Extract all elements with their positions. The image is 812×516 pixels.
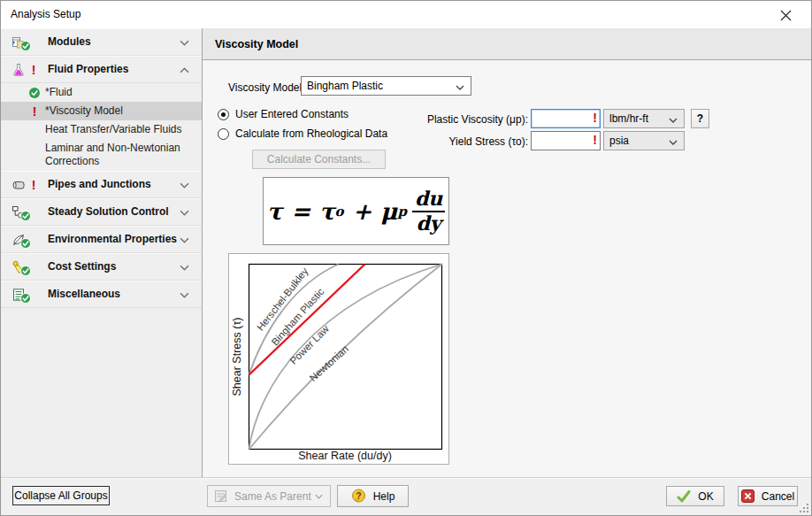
rheology-chart-svg: Herschel-Bulkley Bingham Plastic Power L… — [229, 254, 448, 464]
sidebar-item-label: *Fluid — [45, 86, 73, 99]
ok-label: OK — [698, 490, 713, 503]
panel-content: Viscosity Model: Bingham Plastic User En… — [203, 61, 811, 477]
window-title: Analysis Setup — [11, 8, 80, 20]
chevron-down-icon — [669, 118, 678, 123]
viscosity-model-label: Viscosity Model: — [228, 81, 304, 94]
pipe-icon — [11, 178, 26, 192]
error-icon: ! — [33, 105, 37, 118]
radio-calculate-rheological[interactable]: Calculate from Rheological Data — [218, 127, 387, 140]
sidebar-item-laminar-corrections[interactable]: Laminar and Non-Newtonian Corrections — [1, 139, 202, 171]
check-badge-icon — [20, 211, 31, 221]
same-as-parent-dropdown[interactable]: Same As Parent — [207, 485, 331, 507]
yield-stress-input[interactable] — [531, 131, 601, 150]
footer: Collapse All Groups Same As Parent ? Hel… — [1, 477, 811, 515]
cancel-label: Cancel — [762, 490, 794, 503]
sidebar-item-label: Heat Transfer/Variable Fluids — [45, 123, 182, 136]
sidebar: Modules!Fluid Properties*Fluid!*Viscosit… — [1, 28, 203, 477]
viscosity-model-value: Bingham Plastic — [307, 80, 383, 92]
plastic-viscosity-input[interactable] — [531, 109, 601, 128]
sidebar-item-fluid[interactable]: *Fluid — [1, 83, 202, 102]
formula-fraction: du dy — [412, 189, 445, 233]
formula-plus: + — [353, 198, 372, 225]
sidebar-item-label: Pipes and Junctions — [48, 178, 151, 191]
sidebar-item-label: *Viscosity Model — [45, 104, 123, 118]
cancel-button[interactable]: Cancel — [738, 486, 798, 506]
check-badge-icon — [20, 293, 31, 304]
bingham-plastic-formula: τ = τo + μp du dy — [263, 177, 449, 245]
sidebar-item-environmental[interactable]: Environmental Properties — [1, 226, 202, 253]
check-badge-icon — [20, 238, 31, 249]
sidebar-item-modules[interactable]: Modules — [1, 28, 202, 56]
close-button[interactable] — [772, 5, 799, 25]
flask-icon — [11, 63, 26, 77]
unit-help-button[interactable]: ? — [691, 109, 709, 128]
sidebar-item-steady-solution[interactable]: Steady Solution Control — [1, 198, 202, 226]
radio-user-entered-constants[interactable]: User Entered Constants — [218, 108, 349, 120]
chevron-up-icon — [180, 67, 189, 73]
plot-frame — [249, 265, 442, 450]
error-icon: ! — [32, 179, 36, 191]
help-label: Help — [373, 490, 395, 503]
formula-sub-o: o — [335, 204, 344, 219]
calculate-constants-button[interactable]: Calculate Constants... — [252, 150, 386, 169]
sidebar-item-label: Modules — [48, 35, 91, 49]
sidebar-item-label: Laminar and Non-Newtonian Corrections — [45, 142, 191, 168]
ok-check-icon — [677, 490, 691, 503]
sidebar-item-pipes-junctions[interactable]: !Pipes and Junctions — [1, 171, 202, 198]
rheology-chart: Herschel-Bulkley Bingham Plastic Power L… — [228, 253, 449, 465]
sidebar-item-miscellaneous[interactable]: Miscellaneous — [1, 281, 202, 308]
analysis-setup-dialog: Analysis Setup Modules!Fluid Properties*… — [0, 0, 812, 516]
main-panel: Viscosity Model Viscosity Model: Bingham… — [203, 28, 811, 477]
yield-stress-unit-value: psia — [609, 135, 629, 147]
page-title: Viscosity Model — [203, 38, 298, 50]
chevron-down-icon — [180, 40, 189, 46]
plastic-viscosity-unit-select[interactable]: lbm/hr-ft — [603, 109, 685, 128]
yield-stress-label: Yield Stress (το): — [415, 135, 528, 148]
radio-unselected-icon — [218, 128, 229, 140]
chevron-down-icon — [180, 210, 189, 216]
y-axis-label: Shear Stress (τ) — [231, 318, 243, 397]
chevron-down-icon — [180, 265, 189, 271]
formula-denominator: dy — [416, 212, 440, 234]
sidebar-list: Modules!Fluid Properties*Fluid!*Viscosit… — [1, 28, 202, 308]
resize-grip[interactable] — [800, 504, 809, 513]
check-badge-icon — [20, 266, 31, 276]
x-axis-label: Shear Rate (du/dy) — [298, 450, 392, 462]
panel-header: Viscosity Model — [203, 28, 811, 60]
chevron-down-icon — [456, 85, 464, 90]
sidebar-item-label: Miscellaneous — [48, 288, 120, 301]
chevron-down-icon — [180, 182, 189, 189]
sidebar-item-heat-transfer[interactable]: Heat Transfer/Variable Fluids — [1, 120, 202, 139]
sidebar-item-cost-settings[interactable]: Cost Settings — [1, 253, 202, 281]
same-as-parent-label: Same As Parent — [234, 490, 311, 503]
chevron-down-icon — [669, 140, 678, 145]
viscosity-model-select[interactable]: Bingham Plastic — [301, 76, 471, 96]
collapse-all-groups-button[interactable]: Collapse All Groups — [12, 486, 110, 505]
formula-equals: = — [291, 198, 310, 225]
sidebar-item-viscosity-model[interactable]: !*Viscosity Model — [1, 102, 202, 120]
chevron-down-icon — [180, 237, 189, 243]
cancel-x-icon — [741, 489, 755, 503]
check-badge-icon — [20, 41, 31, 51]
check-badge-icon — [29, 88, 40, 98]
radio-calculate-label: Calculate from Rheological Data — [235, 127, 387, 140]
plastic-viscosity-label: Plastic Viscosity (μp): — [415, 113, 528, 126]
radio-selected-icon — [218, 109, 229, 120]
sidebar-item-label: Environmental Properties — [48, 233, 177, 246]
yield-stress-unit-select[interactable]: psia — [603, 131, 685, 150]
error-icon: ! — [32, 64, 36, 76]
help-button[interactable]: ? Help — [337, 485, 409, 507]
help-icon: ? — [351, 489, 366, 504]
error-icon: ! — [593, 133, 597, 147]
yield-stress-field-wrap: ! — [531, 131, 601, 150]
sidebar-item-fluid-properties[interactable]: !Fluid Properties — [1, 56, 202, 83]
formula-mu: μ — [380, 198, 397, 225]
chevron-down-icon — [315, 494, 323, 499]
formula-sub-p: p — [397, 204, 407, 219]
svg-text:?: ? — [356, 491, 361, 501]
chevron-down-icon — [180, 292, 189, 298]
titlebar: Analysis Setup — [1, 1, 811, 28]
form-edit-icon — [214, 489, 227, 503]
close-icon — [780, 10, 792, 21]
ok-button[interactable]: OK — [666, 486, 724, 506]
